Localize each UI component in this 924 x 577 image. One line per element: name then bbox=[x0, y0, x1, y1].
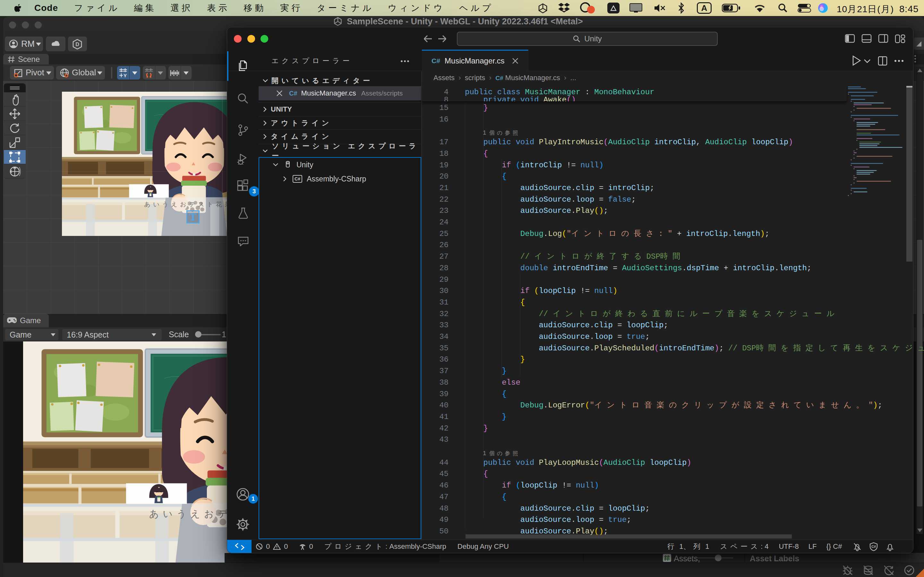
svg-text:C#: C# bbox=[871, 545, 876, 548]
svg-text:D: D bbox=[75, 42, 79, 47]
svg-text:Y: Y bbox=[124, 73, 127, 78]
